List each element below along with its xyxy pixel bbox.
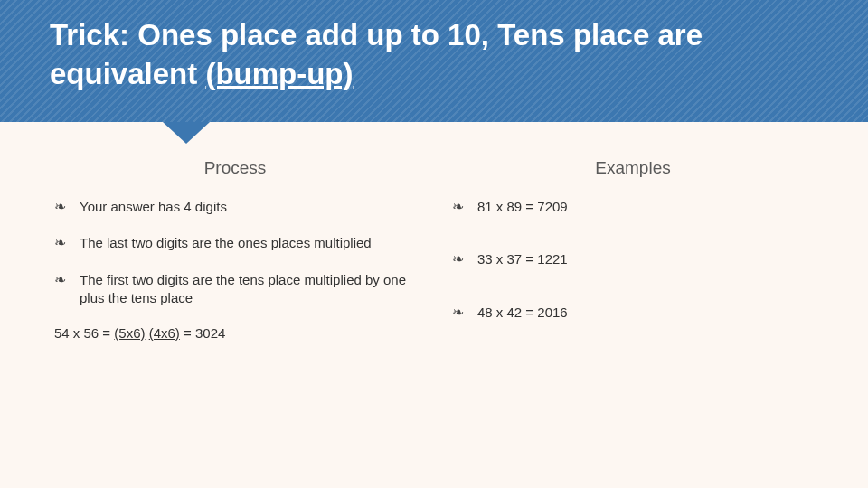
bullet-icon: ❧ bbox=[452, 303, 464, 323]
process-list: ❧ Your answer has 4 digits ❧ The last tw… bbox=[54, 198, 416, 307]
process-column: Process ❧ Your answer has 4 digits ❧ The… bbox=[36, 158, 434, 488]
worked-group2: (4x6) bbox=[149, 325, 180, 341]
examples-item-text: 81 x 89 = 7209 bbox=[477, 199, 568, 214]
bullet-icon: ❧ bbox=[54, 233, 66, 253]
bullet-icon: ❧ bbox=[54, 197, 66, 217]
slide-title-text: Trick: Ones place add up to 10, Tens pla… bbox=[50, 18, 703, 90]
examples-item: ❧ 33 x 37 = 1221 bbox=[452, 250, 814, 268]
examples-list: ❧ 81 x 89 = 7209 ❧ 33 x 37 = 1221 ❧ 48 x… bbox=[452, 198, 814, 322]
examples-item: ❧ 48 x 42 = 2016 bbox=[452, 304, 814, 322]
examples-heading: Examples bbox=[452, 158, 814, 178]
examples-column: Examples ❧ 81 x 89 = 7209 ❧ 33 x 37 = 12… bbox=[434, 158, 832, 488]
slide: Trick: Ones place add up to 10, Tens pla… bbox=[0, 0, 868, 488]
worked-group1: (5x6) bbox=[114, 325, 145, 341]
header-pointer-icon bbox=[163, 122, 210, 144]
slide-body: Process ❧ Your answer has 4 digits ❧ The… bbox=[0, 158, 868, 488]
process-heading: Process bbox=[54, 158, 416, 178]
slide-title: Trick: Ones place add up to 10, Tens pla… bbox=[50, 16, 823, 94]
worked-suffix: = 3024 bbox=[180, 325, 225, 341]
process-item-text: Your answer has 4 digits bbox=[80, 199, 227, 214]
worked-example: 54 x 56 = (5x6) (4x6) = 3024 bbox=[54, 325, 416, 341]
process-item: ❧ The last two digits are the ones place… bbox=[54, 234, 416, 252]
process-item-text: The last two digits are the ones places … bbox=[80, 235, 372, 250]
bullet-icon: ❧ bbox=[452, 249, 464, 269]
process-item: ❧ Your answer has 4 digits bbox=[54, 198, 416, 216]
process-item: ❧ The first two digits are the tens plac… bbox=[54, 271, 416, 308]
slide-title-underlined: (bump-up) bbox=[205, 57, 353, 90]
worked-prefix: 54 x 56 = bbox=[54, 325, 114, 341]
bullet-icon: ❧ bbox=[54, 270, 66, 290]
bullet-icon: ❧ bbox=[452, 197, 464, 217]
examples-item: ❧ 81 x 89 = 7209 bbox=[452, 198, 814, 216]
process-item-text: The first two digits are the tens place … bbox=[80, 272, 406, 305]
slide-header: Trick: Ones place add up to 10, Tens pla… bbox=[0, 0, 868, 122]
examples-item-text: 33 x 37 = 1221 bbox=[477, 251, 568, 267]
examples-item-text: 48 x 42 = 2016 bbox=[477, 305, 568, 320]
